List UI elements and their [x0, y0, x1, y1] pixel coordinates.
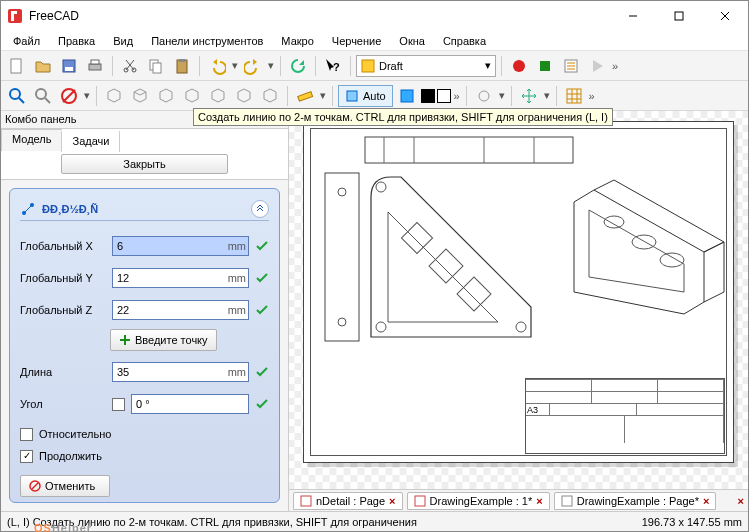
view-top-button[interactable]: [154, 84, 178, 108]
title-block: A3: [525, 378, 725, 454]
menu-windows[interactable]: Окна: [391, 33, 433, 49]
zoom-select-button[interactable]: [31, 84, 55, 108]
draft-icon: [361, 59, 375, 73]
move-dropdown[interactable]: ▾: [543, 89, 551, 102]
task-header: ÐÐ¸Ð½Ð¸Ñ: [20, 197, 269, 221]
collapse-button[interactable]: [251, 200, 269, 218]
menu-edit[interactable]: Правка: [50, 33, 103, 49]
titlebar: FreeCAD: [1, 1, 748, 31]
svg-point-54: [338, 188, 346, 196]
close-button[interactable]: [702, 1, 748, 31]
new-button[interactable]: [5, 54, 29, 78]
menu-toolbars[interactable]: Панели инструментов: [143, 33, 271, 49]
svg-point-64: [660, 253, 684, 267]
enter-point-button[interactable]: Введите точку: [110, 329, 217, 351]
drawing-canvas[interactable]: A3: [289, 111, 748, 489]
copy-button[interactable]: [144, 54, 168, 78]
doc-tab-2[interactable]: DrawingExample : 1*×: [407, 492, 550, 510]
snap-lock-button[interactable]: [472, 84, 496, 108]
toolbar-overflow-3[interactable]: »: [588, 90, 596, 102]
macro-play-button[interactable]: [585, 54, 609, 78]
macro-stop-button[interactable]: [533, 54, 557, 78]
redo-dropdown[interactable]: ▾: [267, 59, 275, 72]
svg-line-29: [45, 98, 50, 103]
relative-checkbox[interactable]: [20, 428, 33, 441]
workbench-selector[interactable]: Draft ▾: [356, 55, 496, 77]
auto-group-button[interactable]: Auto: [338, 85, 393, 107]
minimize-button[interactable]: [610, 1, 656, 31]
menu-draft[interactable]: Черчение: [324, 33, 390, 49]
macro-record-button[interactable]: [507, 54, 531, 78]
menu-file[interactable]: Файл: [5, 33, 48, 49]
menu-help[interactable]: Справка: [435, 33, 494, 49]
separator: [280, 56, 281, 76]
close-task-button[interactable]: Закрыть: [61, 154, 228, 174]
input-gx[interactable]: 6mm: [112, 236, 249, 256]
view-iso-button[interactable]: [102, 84, 126, 108]
macro-list-button[interactable]: [559, 54, 583, 78]
svg-rect-56: [401, 222, 432, 253]
save-button[interactable]: [57, 54, 81, 78]
svg-line-27: [19, 98, 24, 103]
doc-tab-1[interactable]: nDetail : Page×: [293, 492, 403, 510]
maximize-button[interactable]: [656, 1, 702, 31]
svg-rect-32: [298, 91, 313, 100]
zoom-fit-button[interactable]: [5, 84, 29, 108]
move-button[interactable]: [517, 84, 541, 108]
view-front-button[interactable]: [128, 84, 152, 108]
drawstyle-dropdown[interactable]: ▾: [83, 89, 91, 102]
cut-button[interactable]: [118, 54, 142, 78]
menu-view[interactable]: Вид: [105, 33, 141, 49]
construction-mode-button[interactable]: [395, 84, 419, 108]
snap-dropdown[interactable]: ▾: [498, 89, 506, 102]
field-global-y: Глобальный Y 12mm: [20, 265, 269, 291]
line-color-swatch[interactable]: [421, 89, 435, 103]
input-gy[interactable]: 12mm: [112, 268, 249, 288]
svg-rect-36: [567, 89, 581, 103]
separator: [466, 86, 467, 106]
measure-dropdown[interactable]: ▾: [319, 89, 327, 102]
view-right-button[interactable]: [180, 84, 204, 108]
view-bottom-button[interactable]: [232, 84, 256, 108]
doc-tab-3[interactable]: DrawingExample : Page*×: [554, 492, 717, 510]
workbench-label: Draft: [375, 60, 485, 72]
close-tab-icon[interactable]: ×: [389, 495, 395, 507]
tooltip: Создать линию по 2-м точкам. CTRL для пр…: [193, 108, 613, 126]
tab-model[interactable]: Модель: [1, 129, 62, 151]
undo-button[interactable]: [205, 54, 229, 78]
svg-point-20: [513, 60, 525, 72]
tab-tasks[interactable]: Задачи: [61, 130, 120, 152]
svg-rect-65: [301, 496, 311, 506]
angle-checkbox[interactable]: [112, 398, 125, 411]
svg-rect-48: [365, 137, 573, 163]
grid-button[interactable]: [562, 84, 586, 108]
whatsthis-button[interactable]: ?: [321, 54, 345, 78]
input-gz[interactable]: 22mm: [112, 300, 249, 320]
close-tab-icon[interactable]: ×: [703, 495, 709, 507]
view-left-button[interactable]: [258, 84, 282, 108]
task-panel: ÐÐ¸Ð½Ð¸Ñ Глобальный X 6mm Глобальный Y 1…: [9, 188, 280, 503]
page-icon: [300, 495, 312, 507]
redo-button[interactable]: [241, 54, 265, 78]
separator: [511, 86, 512, 106]
paste-button[interactable]: [170, 54, 194, 78]
document-tabs: nDetail : Page× DrawingExample : 1*× Dra…: [289, 489, 748, 511]
view-rear-button[interactable]: [206, 84, 230, 108]
undo-dropdown[interactable]: ▾: [231, 59, 239, 72]
toolbar-overflow-2[interactable]: »: [453, 90, 461, 102]
face-color-swatch[interactable]: [437, 89, 451, 103]
refresh-button[interactable]: [286, 54, 310, 78]
drawstyle-button[interactable]: [57, 84, 81, 108]
measure-button[interactable]: [293, 84, 317, 108]
print-button[interactable]: [83, 54, 107, 78]
close-tab-icon[interactable]: ×: [536, 495, 542, 507]
toolbar-overflow[interactable]: »: [611, 60, 619, 72]
input-angle[interactable]: 0 °: [131, 394, 249, 414]
tabs-close-all[interactable]: ×: [738, 495, 744, 507]
check-icon: [255, 397, 269, 411]
input-length[interactable]: 35mm: [112, 362, 249, 382]
cancel-button[interactable]: Отменить: [20, 475, 110, 497]
menu-macro[interactable]: Макро: [273, 33, 321, 49]
continue-checkbox[interactable]: [20, 450, 33, 463]
open-button[interactable]: [31, 54, 55, 78]
